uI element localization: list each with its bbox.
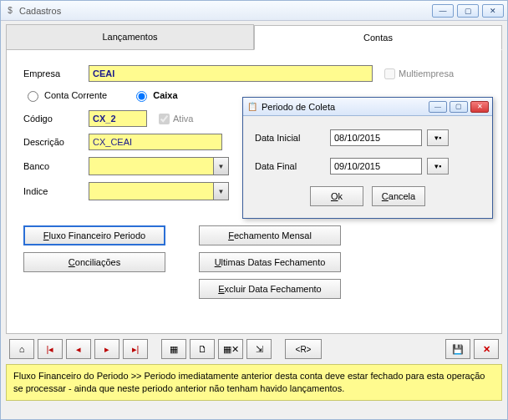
data-inicial-input[interactable] <box>330 129 422 146</box>
data-inicial-label: Data Inicial <box>255 133 330 143</box>
codigo-input[interactable] <box>89 110 147 127</box>
close-button[interactable]: ✕ <box>482 4 504 18</box>
window-title: Cadastros <box>19 6 432 16</box>
cancel-icon[interactable]: ✕ <box>474 339 499 359</box>
dialog-ok-button[interactable]: Ok <box>310 186 363 206</box>
delete-grid-icon[interactable]: ▦✕ <box>218 339 243 359</box>
refresh-button[interactable]: <R> <box>285 339 322 359</box>
ativa-checkbox[interactable]: Ativa <box>155 111 193 127</box>
maximize-button[interactable]: ▢ <box>457 4 479 18</box>
data-final-label: Data Final <box>255 161 330 171</box>
fluxo-financeiro-button[interactable]: Fluxo Financeiro Periodo <box>23 225 165 245</box>
chevron-down-icon[interactable]: ▼ <box>213 158 228 175</box>
calendar-icon: 📋 <box>246 101 258 113</box>
empresa-input[interactable] <box>89 65 373 82</box>
dialog-minimize-button[interactable]: — <box>429 101 447 113</box>
multiempresa-check[interactable] <box>384 68 395 79</box>
minimize-button[interactable]: — <box>432 4 454 18</box>
export-icon[interactable]: ⇲ <box>246 339 272 359</box>
main-window: $ Cadastros — ▢ ✕ Lançamentos Contas Emp… <box>0 0 508 420</box>
ativa-check[interactable] <box>159 114 170 124</box>
banco-label: Banco <box>23 161 89 171</box>
new-document-icon[interactable]: 🗋 <box>190 339 215 359</box>
data-final-input[interactable] <box>330 158 422 175</box>
chevron-down-icon[interactable]: ▼ <box>213 183 228 200</box>
data-inicial-calendar-button[interactable]: ▾▪ <box>427 129 449 146</box>
status-bar: Fluxo Financeiro do Periodo >> Periodo i… <box>6 364 502 401</box>
multiempresa-label: Multiempresa <box>399 68 454 78</box>
fechamento-mensal-button[interactable]: Fechamento Mensal <box>199 225 341 245</box>
last-record-icon[interactable]: ▸| <box>123 339 148 359</box>
banco-combo[interactable]: ▼ <box>89 157 229 175</box>
save-icon[interactable]: 💾 <box>445 339 470 359</box>
prev-record-icon[interactable]: ◂ <box>66 339 91 359</box>
codigo-label: Código <box>23 114 89 124</box>
tab-lancamentos[interactable]: Lançamentos <box>6 24 254 49</box>
dialog-title: Periodo de Coleta <box>262 102 429 112</box>
tab-contas[interactable]: Contas <box>254 25 502 50</box>
radio-caixa[interactable]: Caixa <box>132 89 177 102</box>
ultimas-datas-button[interactable]: Ultimas Datas Fechamento <box>199 252 341 272</box>
radio-conta-corrente[interactable]: Conta Corrente <box>23 89 107 102</box>
multiempresa-checkbox[interactable]: Multiempresa <box>381 66 454 82</box>
titlebar: $ Cadastros — ▢ ✕ <box>1 1 507 21</box>
grid-icon[interactable]: ▦ <box>161 339 186 359</box>
indice-label: Indice <box>23 186 89 196</box>
home-icon[interactable]: ⌂ <box>9 339 34 359</box>
app-icon: $ <box>4 5 16 17</box>
descricao-label: Descrição <box>23 137 89 147</box>
data-final-calendar-button[interactable]: ▾▪ <box>427 158 449 175</box>
next-record-icon[interactable]: ▸ <box>94 339 119 359</box>
form-panel: Empresa Multiempresa Conta Corrente Caix… <box>6 50 502 334</box>
dialog-maximize-button[interactable]: ▢ <box>450 101 468 113</box>
indice-combo[interactable]: ▼ <box>89 182 229 200</box>
empresa-label: Empresa <box>23 68 89 78</box>
content-area: Lançamentos Contas Empresa Multiempresa … <box>1 21 507 419</box>
dialog-titlebar: 📋 Periodo de Coleta — ▢ ✕ <box>243 98 492 116</box>
ativa-label: Ativa <box>173 114 193 124</box>
conciliacoes-button[interactable]: Conciliações <box>23 252 165 272</box>
periodo-dialog: 📋 Periodo de Coleta — ▢ ✕ Data Inicial ▾… <box>242 97 493 219</box>
descricao-input[interactable] <box>89 134 222 150</box>
first-record-icon[interactable]: |◂ <box>38 339 63 359</box>
excluir-data-button[interactable]: Excluir Data Fechamento <box>199 279 341 299</box>
toolbar: ⌂ |◂ ◂ ▸ ▸| ▦ 🗋 ▦✕ ⇲ <R> 💾 ✕ <box>1 334 507 364</box>
dialog-close-button[interactable]: ✕ <box>470 101 489 113</box>
dialog-cancel-button[interactable]: Cancela <box>372 186 425 206</box>
